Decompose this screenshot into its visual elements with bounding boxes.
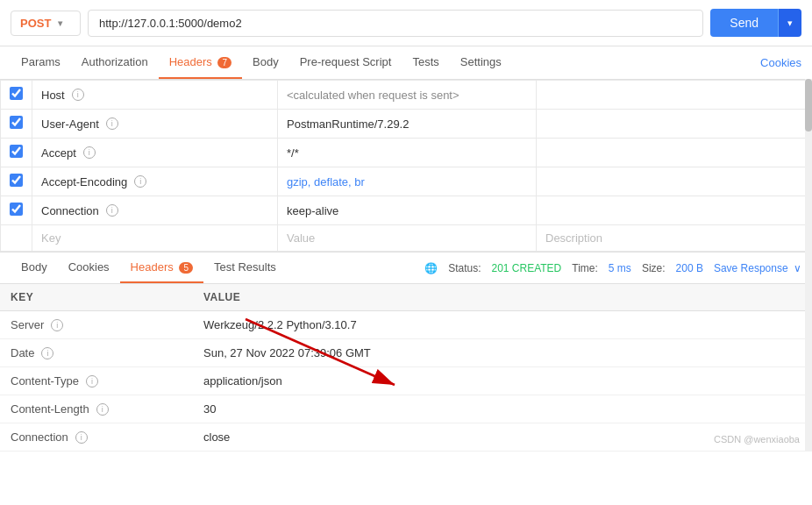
- resp-tab-cookies[interactable]: Cookies: [58, 252, 120, 283]
- watermark: CSDN @wenxiaoba: [714, 434, 800, 445]
- url-input[interactable]: [88, 10, 703, 37]
- resp-key: Server: [11, 318, 44, 331]
- method-chevron-icon: ▾: [58, 18, 62, 28]
- desc-cell: [537, 139, 812, 167]
- key-label: Accept-Encoding: [41, 175, 127, 188]
- info-icon[interactable]: i: [41, 347, 53, 359]
- method-label: POST: [20, 17, 51, 30]
- time-label: Time:: [572, 262, 598, 274]
- table-row: Content-Typei application/json: [0, 367, 812, 395]
- key-label: User-Agent: [41, 117, 99, 131]
- resp-value: Werkzeug/2.2.2 Python/3.10.7: [193, 311, 812, 339]
- response-meta: 🌐 Status: 201 CREATED Time: 5 ms Size: 2…: [424, 262, 801, 274]
- resp-key: Connection: [11, 430, 68, 444]
- resp-key: Date: [11, 346, 34, 359]
- table-row: Serveri Werkzeug/2.2.2 Python/3.10.7: [0, 311, 812, 339]
- table-row: Accepti */*: [1, 139, 812, 167]
- resp-value: 30: [193, 395, 812, 423]
- tab-headers-label: Headers: [169, 55, 212, 68]
- size-label: Size:: [642, 262, 666, 274]
- send-button[interactable]: Send: [710, 9, 778, 37]
- time-value: 5 ms: [609, 262, 631, 274]
- response-section: Body Cookies Headers 5 Test Results 🌐 St…: [0, 252, 812, 452]
- table-row: Hosti <calculated when request is sent>: [1, 81, 812, 110]
- desc-placeholder: Description: [537, 225, 812, 252]
- tab-prerequest[interactable]: Pre-request Script: [289, 46, 402, 79]
- table-row-empty: Key Value Description: [1, 225, 812, 252]
- resp-tab-body[interactable]: Body: [11, 252, 58, 283]
- tab-settings[interactable]: Settings: [450, 46, 512, 79]
- tab-body[interactable]: Body: [242, 46, 289, 79]
- request-tabs: Params Authorization Headers 7 Body Pre-…: [0, 46, 812, 80]
- desc-cell: [537, 196, 812, 225]
- tab-params[interactable]: Params: [11, 46, 71, 79]
- tab-tests[interactable]: Tests: [402, 46, 449, 79]
- send-button-group: Send ▾: [710, 9, 801, 37]
- scrollbar-thumb[interactable]: [805, 79, 812, 132]
- info-icon[interactable]: i: [96, 403, 109, 416]
- resp-key: Content-Type: [11, 374, 79, 388]
- response-tabs-row: Body Cookies Headers 5 Test Results 🌐 St…: [0, 252, 812, 284]
- value-cell: PostmanRuntime/7.29.2: [278, 110, 537, 139]
- info-icon[interactable]: i: [72, 89, 84, 101]
- tab-headers[interactable]: Headers 7: [159, 46, 242, 79]
- resp-tab-headers[interactable]: Headers 5: [120, 252, 203, 283]
- info-icon[interactable]: i: [106, 117, 118, 130]
- desc-cell: [537, 167, 812, 196]
- row-checkbox[interactable]: [10, 203, 23, 216]
- resp-tab-headers-badge: 5: [179, 262, 193, 274]
- resp-key: Content-Length: [11, 402, 89, 416]
- resp-tab-headers-label: Headers: [131, 260, 174, 274]
- row-checkbox[interactable]: [10, 145, 23, 158]
- info-icon[interactable]: i: [106, 204, 118, 217]
- resp-value: application/json: [193, 367, 812, 395]
- request-headers-table: Hosti <calculated when request is sent> …: [0, 80, 812, 252]
- save-response-button[interactable]: Save Response ∨: [714, 262, 801, 274]
- value-cell: gzip, deflate, br: [278, 167, 537, 196]
- arrow-overlay: KEY VALUE Serveri Werkzeug/2.2.2 Python/…: [0, 284, 812, 452]
- desc-cell: [537, 81, 812, 110]
- col-value-header: VALUE: [193, 284, 812, 311]
- cookies-link[interactable]: Cookies: [760, 47, 801, 78]
- send-dropdown-button[interactable]: ▾: [778, 9, 801, 37]
- top-bar: POST ▾ Send ▾: [0, 0, 812, 46]
- key-placeholder: Key: [32, 225, 278, 252]
- info-icon[interactable]: i: [75, 431, 88, 444]
- tab-headers-badge: 7: [217, 57, 231, 68]
- table-row: Accept-Encodingi gzip, deflate, br: [1, 167, 812, 196]
- status-value: 201 CREATED: [491, 262, 561, 274]
- status-label: Status:: [448, 262, 481, 274]
- desc-cell: [537, 110, 812, 139]
- table-row: User-Agenti PostmanRuntime/7.29.2: [1, 110, 812, 139]
- col-key-header: KEY: [0, 284, 193, 311]
- globe-icon: 🌐: [424, 262, 438, 274]
- value-cell: keep-alive: [278, 196, 537, 225]
- info-icon[interactable]: i: [134, 175, 146, 188]
- row-checkbox[interactable]: [10, 87, 23, 100]
- row-checkbox[interactable]: [10, 116, 23, 129]
- info-icon[interactable]: i: [51, 319, 63, 331]
- info-icon[interactable]: i: [83, 146, 96, 159]
- info-icon[interactable]: i: [86, 375, 98, 388]
- value-placeholder: Value: [278, 225, 537, 252]
- row-checkbox[interactable]: [10, 174, 23, 187]
- key-label: Accept: [41, 146, 76, 160]
- value-cell: */*: [278, 139, 537, 167]
- value-cell: <calculated when request is sent>: [278, 81, 537, 110]
- size-value: 200 B: [676, 262, 703, 274]
- table-row: Connectioni close: [0, 423, 812, 452]
- tab-authorization[interactable]: Authorization: [71, 46, 159, 79]
- key-label: Host: [41, 89, 65, 102]
- table-row: Connectioni keep-alive: [1, 196, 812, 225]
- resp-value: Sun, 27 Nov 2022 07:39:06 GMT: [193, 339, 812, 367]
- resp-tab-test-results[interactable]: Test Results: [203, 252, 287, 283]
- table-row: Datei Sun, 27 Nov 2022 07:39:06 GMT: [0, 339, 812, 367]
- key-label: Connection: [41, 204, 99, 217]
- method-select[interactable]: POST ▾: [11, 11, 81, 36]
- response-headers-table: KEY VALUE Serveri Werkzeug/2.2.2 Python/…: [0, 284, 812, 452]
- scrollbar-track[interactable]: [805, 79, 812, 452]
- table-row: Content-Lengthi 30: [0, 395, 812, 423]
